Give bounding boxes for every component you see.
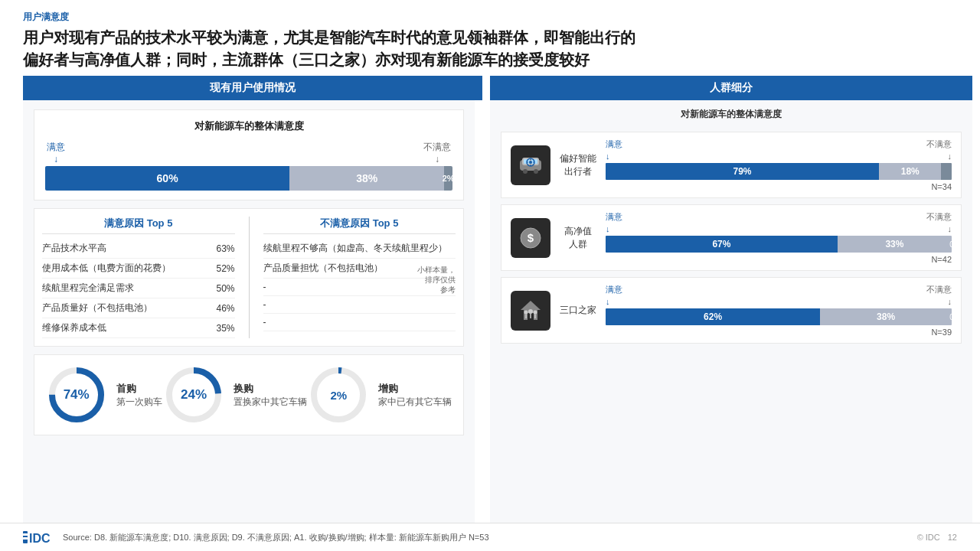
segment-3-bar-labels: 满意 不满意 [606, 284, 952, 295]
segment-2-arrows: ↓ ↓ [606, 224, 952, 233]
segment-1-n: N=34 [606, 182, 952, 191]
left-panel: 现有用户使用情况 对新能源车的整体满意度 满意 ↓ 不满意 ↓ [0, 76, 490, 523]
segment-3-arrows: ↓ ↓ [606, 297, 952, 306]
donut-2: 2% [308, 364, 369, 425]
bar-38: 38% [289, 166, 444, 191]
donut-24-label: 换购 置换家中其它车辆 [234, 382, 307, 409]
dollar-icon: $ [511, 218, 550, 258]
left-panel-header: 现有用户使用情况 [23, 76, 482, 100]
donut-item-1: 74% 首购 第一次购车 [46, 364, 162, 425]
bar-2: 2% [444, 166, 452, 191]
svg-point-8 [523, 169, 528, 174]
donut-74-pct: 74% [64, 387, 90, 403]
svg-marker-20 [521, 301, 541, 310]
unsatisfied-row-5: - [263, 314, 456, 331]
donut-2-pct: 2% [330, 389, 347, 402]
segment-2-bar-labels: 满意 不满意 [606, 211, 952, 223]
donut-section: 74% 首购 第一次购车 [34, 354, 464, 435]
satisfied-row-4: 产品质量好（不包括电池） 46% [42, 298, 235, 318]
unsatisfied-row-2: 产品质量担忧（不包括电池） 小样本量，排序仅供参考 [263, 259, 456, 279]
svg-point-23 [524, 310, 528, 314]
footer: IDC Source: D8. 新能源车满意度; D10. 满意原因; D9. … [0, 523, 980, 551]
header: 用户满意度 用户对现有产品的技术水平较为满意，尤其是智能汽车时代的意见领袖群体，… [0, 0, 980, 76]
segment-smart-traveler: 偏好智能 出行者 满意 不满意 ↓ ↓ 79% 18% [501, 132, 962, 198]
segment-high-networth: $ 高净值 人群 满意 不满意 ↓ ↓ [501, 204, 962, 271]
segment-1-arrows: ↓ ↓ [606, 152, 952, 161]
footer-source: Source: D8. 新能源车满意度; D10. 满意原因; D9. 不满意原… [63, 532, 489, 543]
unsatisfied-row-4: - [263, 296, 456, 314]
svg-point-9 [534, 169, 538, 174]
satisfaction-title: 对新能源车的整体满意度 [45, 119, 452, 133]
donut-24: 24% [163, 364, 224, 425]
segment-3-name: 三口之家 [560, 304, 596, 317]
right-panel: 人群细分 对新能源车的整体满意度 [490, 76, 980, 523]
right-section-title: 对新能源车的整体满意度 [501, 108, 962, 121]
segment-family: 三口之家 满意 不满意 ↓ ↓ 62% 38% 0 [501, 277, 962, 344]
donut-2-label: 增购 家中已有其它车辆 [378, 382, 452, 409]
svg-text:IDC: IDC [29, 532, 51, 545]
segment-2-bar: 67% 33% 0 [606, 236, 952, 253]
satisfied-label: 满意 ↓ [47, 141, 65, 165]
svg-point-27 [534, 310, 537, 314]
unsatisfied-row-1: 续航里程不够高（如虚高、冬天续航里程少） [263, 239, 456, 259]
donut-24-pct: 24% [181, 387, 207, 403]
donut-item-3: 2% 增购 家中已有其它车辆 [308, 364, 452, 425]
table-divider [249, 217, 250, 338]
footer-left: IDC Source: D8. 新能源车满意度; D10. 满意原因; D9. … [23, 528, 489, 546]
satisfied-row-5: 维修保养成本低 35% [42, 318, 235, 338]
idc-logo-svg: IDC [23, 528, 55, 546]
segment-1-bar-labels: 满意 不满意 [606, 139, 952, 150]
segment-3-n: N=39 [606, 328, 952, 337]
segment-1-bars: 满意 不满意 ↓ ↓ 79% 18% N=34 [606, 139, 952, 191]
small-sample-note: 小样本量，排序仅供参考 [417, 262, 456, 298]
segment-3-bars: 满意 不满意 ↓ ↓ 62% 38% 0 N=39 [606, 284, 952, 337]
satisfaction-section: 对新能源车的整体满意度 满意 ↓ 不满意 ↓ 60% 38% [34, 109, 464, 201]
segment-2-bars: 满意 不满意 ↓ ↓ 67% 33% 0 N=42 [606, 211, 952, 264]
segment-1-name: 偏好智能 出行者 [560, 152, 596, 178]
satisfied-row-3: 续航里程完全满足需求 50% [42, 279, 235, 298]
idc-logo: IDC [23, 528, 55, 546]
header-tag: 用户满意度 [23, 11, 957, 24]
family-icon [511, 291, 550, 331]
copyright: © IDC [917, 533, 940, 542]
svg-rect-30 [23, 533, 28, 536]
footer-right: © IDC 12 [917, 533, 957, 542]
header-title: 用户对现有产品的技术水平较为满意，尤其是智能汽车时代的意见领袖群体，即智能出行的… [23, 27, 957, 71]
donut-74-label: 首购 第一次购车 [116, 382, 162, 409]
bar-labels: 满意 ↓ 不满意 ↓ [45, 141, 452, 165]
segment-3-bar: 62% 38% 0 [606, 308, 952, 325]
left-inner: 对新能源车的整体满意度 满意 ↓ 不满意 ↓ 60% 38% [23, 100, 475, 523]
arrow-down-unsatisfied: ↓ [435, 154, 439, 165]
unsatisfied-table: 不满意原因 Top 5 续航里程不够高（如虚高、冬天续航里程少） 产品质量担忧（… [263, 217, 456, 338]
page-number: 12 [948, 533, 957, 542]
satisfied-table-title: 满意原因 Top 5 [42, 217, 235, 234]
unsatisfied-table-title: 不满意原因 Top 5 [263, 217, 456, 234]
unsatisfied-label: 不满意 ↓ [423, 141, 451, 165]
satisfied-row-2: 使用成本低（电费方面的花费） 52% [42, 259, 235, 279]
satisfied-table: 满意原因 Top 5 产品技术水平高 63% 使用成本低（电费方面的花费） 52… [42, 217, 235, 338]
satisfaction-bar: 60% 38% 2% [45, 166, 452, 191]
segment-2-n: N=42 [606, 255, 952, 264]
donut-74: 74% [46, 364, 107, 425]
smart-car-icon [511, 145, 550, 185]
right-inner: 对新能源车的整体满意度 [490, 100, 972, 523]
svg-text:$: $ [528, 231, 534, 244]
satisfied-row-1: 产品技术水平高 63% [42, 239, 235, 259]
svg-rect-31 [23, 537, 28, 540]
right-panel-header: 人群细分 [490, 76, 972, 100]
reasons-tables: 满意原因 Top 5 产品技术水平高 63% 使用成本低（电费方面的花费） 52… [34, 208, 464, 347]
svg-point-25 [528, 309, 533, 314]
donut-item-2: 24% 换购 置换家中其它车辆 [163, 364, 307, 425]
svg-point-13 [529, 161, 532, 164]
main-content: 现有用户使用情况 对新能源车的整体满意度 满意 ↓ 不满意 ↓ [0, 76, 980, 523]
bar-60: 60% [45, 166, 289, 191]
segment-1-bar: 79% 18% [606, 163, 952, 180]
arrow-down-satisfied: ↓ [54, 154, 58, 165]
segment-2-name: 高净值 人群 [560, 225, 596, 251]
